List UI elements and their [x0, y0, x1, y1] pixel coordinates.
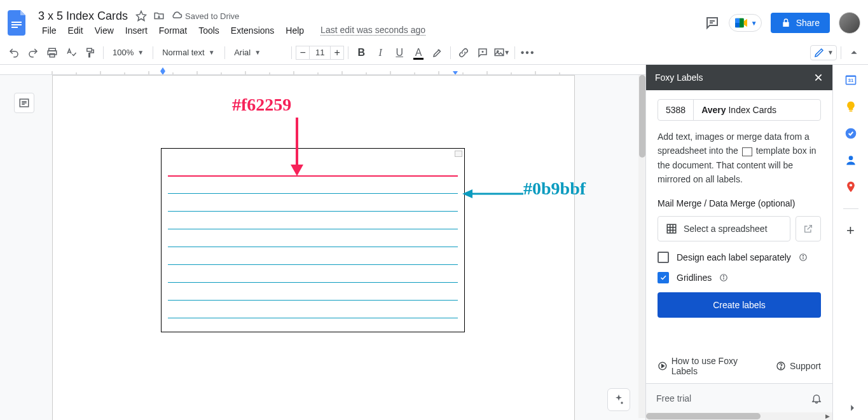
tasks-app-icon[interactable] [844, 127, 857, 140]
font-size-decrease[interactable]: − [296, 46, 310, 60]
redo-button[interactable] [24, 44, 42, 62]
menu-file[interactable]: File [38, 24, 60, 37]
meet-button[interactable]: ▼ [729, 14, 762, 32]
comment-history-icon[interactable] [705, 15, 720, 30]
menu-format[interactable]: Format [155, 24, 191, 37]
font-select[interactable]: Arial▼ [229, 44, 287, 62]
annotation-teal-hex: #0b9bbf [523, 179, 586, 199]
text-color-button[interactable]: A [410, 44, 427, 62]
separator [348, 46, 348, 59]
svg-rect-5 [735, 23, 740, 27]
separator [291, 46, 292, 59]
index-card[interactable] [161, 148, 465, 332]
svg-rect-45 [667, 224, 676, 233]
print-button[interactable] [43, 44, 61, 62]
howto-link[interactable]: How to use Foxy Labels [658, 356, 764, 376]
underline-button[interactable]: U [390, 44, 408, 62]
separator [224, 46, 225, 59]
template-selector[interactable]: 5388 Avery Index Cards [658, 99, 821, 121]
template-name: Avery Index Cards [694, 100, 784, 120]
open-external-button[interactable] [796, 216, 821, 241]
hide-menus-button[interactable] [845, 48, 863, 57]
free-trial-label[interactable]: Free trial [656, 393, 691, 403]
svg-point-65 [848, 156, 853, 160]
merge-section-header: Mail Merge / Data Merge (optional) [658, 198, 821, 208]
notifications-icon[interactable] [811, 393, 822, 404]
svg-text:31: 31 [848, 78, 853, 83]
card-rule-line [168, 300, 458, 301]
docs-logo[interactable] [5, 10, 31, 36]
svg-rect-2 [11, 27, 18, 28]
menu-tools[interactable]: Tools [195, 24, 223, 37]
template-code: 5388 [658, 100, 694, 120]
share-label: Share [796, 18, 820, 28]
select-spreadsheet-button[interactable]: Select a spreadsheet [658, 216, 790, 241]
contacts-app-icon[interactable] [844, 154, 857, 166]
svg-marker-57 [662, 364, 665, 367]
info-icon[interactable] [799, 253, 808, 262]
info-icon[interactable] [719, 273, 728, 282]
image-button[interactable]: ▼ [493, 44, 511, 62]
panel-horizontal-scrollbar[interactable]: ▶ [646, 412, 832, 420]
separator [103, 46, 104, 59]
gridlines-label: Gridlines [677, 273, 712, 283]
svg-point-55 [724, 275, 724, 276]
font-size-input[interactable]: 11 [310, 46, 330, 60]
svg-marker-43 [462, 189, 472, 198]
page[interactable]: #f62259 #0b9bbf [52, 75, 575, 420]
show-outline-button[interactable] [14, 93, 34, 113]
comment-button[interactable] [474, 44, 492, 62]
card-rule-line [168, 247, 458, 247]
card-options-icon[interactable] [455, 151, 462, 157]
calendar-app-icon[interactable]: 31 [844, 74, 857, 86]
design-each-checkbox[interactable] [658, 252, 669, 263]
panel-help-text: Add text, images or merge data from a sp… [658, 130, 821, 187]
star-icon[interactable] [135, 10, 147, 22]
separator [450, 46, 451, 59]
last-edit-link[interactable]: Last edit was seconds ago [320, 25, 425, 36]
font-size-increase[interactable]: + [330, 46, 344, 60]
svg-rect-4 [735, 18, 740, 23]
side-rail: 31 + [832, 65, 868, 420]
svg-point-52 [803, 255, 803, 255]
ruler[interactable] [0, 65, 645, 75]
menu-edit[interactable]: Edit [64, 24, 87, 37]
undo-button[interactable] [5, 44, 23, 62]
italic-button[interactable]: I [371, 44, 389, 62]
link-button[interactable] [455, 44, 472, 62]
menu-extensions[interactable]: Extensions [227, 24, 278, 37]
get-addons-button[interactable]: + [844, 224, 857, 237]
panel-close-button[interactable] [813, 72, 823, 83]
highlight-button[interactable] [429, 44, 446, 62]
svg-point-44 [621, 402, 623, 403]
gridlines-checkbox[interactable] [658, 272, 669, 283]
move-icon[interactable] [153, 10, 165, 22]
account-avatar[interactable] [839, 12, 860, 34]
doc-title[interactable]: 3 x 5 Index Cards [38, 10, 128, 23]
maps-app-icon[interactable] [844, 180, 857, 193]
bold-button[interactable]: B [352, 44, 370, 62]
editing-mode-button[interactable]: ▼ [810, 45, 837, 60]
arrow-pink-icon [288, 118, 307, 177]
zoom-select[interactable]: 100%▼ [107, 44, 149, 62]
style-select[interactable]: Normal text▼ [157, 44, 221, 62]
create-labels-button[interactable]: Create labels [658, 292, 821, 318]
menu-help[interactable]: Help [282, 24, 308, 37]
svg-point-59 [780, 367, 781, 368]
vertical-scrollbar[interactable] [638, 75, 645, 418]
menu-view[interactable]: View [91, 24, 118, 37]
keep-app-icon[interactable] [844, 100, 857, 113]
card-rule-line [168, 264, 458, 265]
hide-side-panel-button[interactable] [848, 403, 857, 412]
paint-format-button[interactable] [81, 44, 99, 62]
card-header-line [168, 175, 458, 177]
menu-insert[interactable]: Insert [121, 24, 151, 37]
support-link[interactable]: Support [776, 356, 821, 376]
spellcheck-button[interactable] [62, 44, 80, 62]
menu-bar: File Edit View Insert Format Tools Exten… [38, 24, 697, 37]
explore-button[interactable] [607, 388, 630, 411]
share-button[interactable]: Share [771, 13, 830, 33]
template-box-icon [742, 147, 752, 156]
cloud-status[interactable]: Saved to Drive [171, 10, 239, 22]
more-button[interactable]: ••• [519, 44, 537, 62]
